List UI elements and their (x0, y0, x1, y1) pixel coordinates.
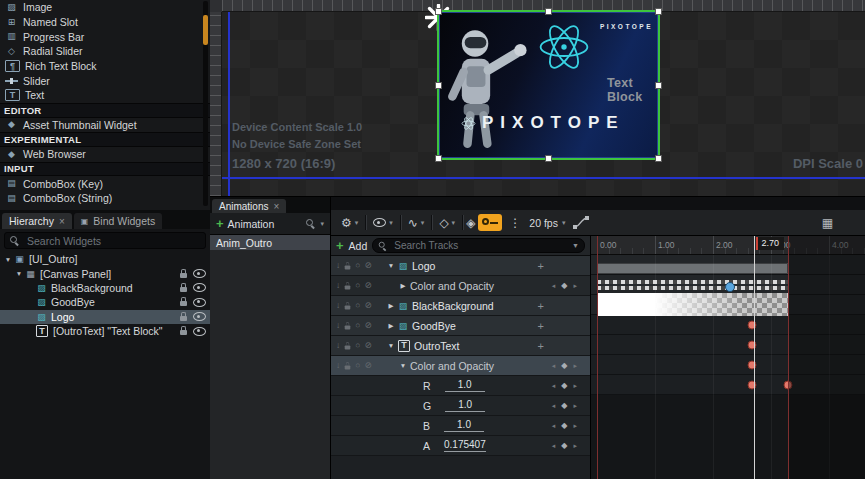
sequencer-options-icon[interactable]: ▦ (822, 216, 833, 230)
resize-handle-n[interactable] (545, 8, 552, 15)
keying-options-button[interactable]: ◇ ▾ (435, 215, 459, 231)
lock-icon[interactable] (345, 265, 351, 269)
lock-icon[interactable] (180, 273, 187, 278)
add-animation-button[interactable]: Animation (228, 218, 275, 230)
track-row-r[interactable]: R1.0◂◆▸ (331, 376, 590, 396)
keyframe-options-icon[interactable]: ◈ (466, 217, 475, 229)
palette-item-text[interactable]: TText (0, 88, 210, 103)
sequencer-settings-button[interactable]: ⚙ ▾ (337, 215, 362, 231)
pin-icon[interactable]: ↓ (336, 301, 340, 310)
eye-icon[interactable] (193, 312, 206, 321)
palette-item-combobox-string[interactable]: ▤ComboBox (String) (0, 191, 210, 206)
mute-icon[interactable]: ⊘ (364, 361, 371, 370)
designer-viewport[interactable]: Device Content Scale 1.0 No Device Safe … (210, 0, 865, 196)
pin-icon[interactable]: ↓ (336, 361, 340, 370)
track-row-color-and-opacity[interactable]: ↓○⊘▼Color and Opacity◂◆▸ (331, 356, 590, 376)
section-gradient[interactable] (597, 293, 788, 316)
search-widgets-input[interactable] (4, 232, 206, 249)
pin-icon[interactable]: ↓ (336, 281, 340, 290)
next-key-icon[interactable]: ▸ (573, 282, 577, 289)
palette-item-web-browser[interactable]: ◆Web Browser (0, 147, 210, 162)
add-section-icon[interactable]: + (538, 300, 544, 312)
playback-range-marker[interactable] (788, 236, 789, 479)
chevron-down-icon[interactable]: ▼ (398, 362, 408, 369)
lock-icon[interactable] (180, 287, 187, 292)
solo-icon[interactable]: ○ (355, 341, 360, 350)
add-key-icon[interactable]: ◆ (561, 422, 567, 430)
prev-key-icon[interactable]: ◂ (552, 362, 556, 369)
more-options-icon[interactable]: ⋮ (509, 216, 521, 230)
chevron-down-icon[interactable]: ▼ (14, 270, 24, 277)
solo-icon[interactable]: ○ (355, 281, 360, 290)
lock-icon[interactable] (345, 305, 351, 309)
chevron-down-icon[interactable]: ▼ (386, 262, 396, 269)
search-icon[interactable] (306, 219, 316, 229)
chevron-down-icon[interactable]: ▼ (3, 256, 13, 263)
solo-icon[interactable]: ○ (355, 301, 360, 310)
resize-handle-s[interactable] (545, 155, 552, 162)
add-key-icon[interactable]: ◆ (561, 442, 567, 450)
next-key-icon[interactable]: ▸ (573, 442, 577, 449)
pin-icon[interactable]: ↓ (336, 341, 340, 350)
keyframe-marker[interactable] (747, 360, 756, 369)
add-track-button[interactable]: Add (349, 240, 368, 252)
tree-item-ui-outro[interactable]: ▼▣[UI_Outro] (0, 252, 210, 266)
pin-icon[interactable]: ↓ (336, 261, 340, 270)
animation-item-anim-outro[interactable]: Anim_Outro (210, 235, 330, 250)
track-row-outrotext[interactable]: ↓○⊘▼TOutroText+ (331, 336, 590, 356)
solo-icon[interactable]: ○ (355, 261, 360, 270)
channel-value[interactable]: 1.0 (445, 379, 485, 392)
mute-icon[interactable]: ⊘ (364, 321, 371, 330)
eye-icon[interactable] (193, 327, 206, 336)
resize-handle-e[interactable] (655, 82, 662, 89)
tab-bind-widgets[interactable]: ▣ Bind Widgets (74, 213, 162, 229)
add-section-icon[interactable]: + (538, 260, 544, 272)
tab-hierarchy[interactable]: Hierarchy × (2, 213, 72, 229)
resize-handle-ne[interactable] (655, 8, 662, 15)
palette-item-slider[interactable]: Slider (0, 73, 210, 88)
lock-icon[interactable] (180, 316, 187, 321)
pin-icon[interactable]: ↓ (336, 321, 340, 330)
playhead[interactable] (754, 236, 755, 479)
close-icon[interactable]: × (273, 201, 279, 212)
lock-icon[interactable] (345, 365, 351, 369)
selected-widget-logo[interactable]: PIXOTOPE Text Block PIXOTOPE (437, 10, 660, 160)
keyframe-marker[interactable] (747, 380, 756, 389)
tree-item-blackbackground[interactable]: ▨BlackBackground (0, 281, 210, 295)
channel-value[interactable]: 0.175407 (444, 439, 486, 452)
next-key-icon[interactable]: ▸ (573, 402, 577, 409)
chevron-down-icon[interactable]: ▼ (386, 342, 396, 349)
prev-key-icon[interactable]: ◂ (552, 442, 556, 449)
palette-item-progress-bar[interactable]: ▥Progress Bar (0, 29, 210, 44)
mute-icon[interactable]: ⊘ (364, 281, 371, 290)
track-row-blackbackground[interactable]: ↓○⊘▶▨BlackBackground+ (331, 296, 590, 316)
keyframe-marker[interactable] (747, 340, 756, 349)
tab-animations[interactable]: Animations × (212, 199, 286, 213)
tree-item-goodbye[interactable]: ▨GoodBye (0, 295, 210, 309)
palette-item-image[interactable]: ▨Image (0, 0, 210, 15)
palette-scrollbar-thumb[interactable] (203, 15, 208, 45)
add-key-icon[interactable]: ◆ (561, 282, 567, 290)
palette-item-asset-thumbnail-widget[interactable]: ◆Asset Thumbnail Widget (0, 118, 210, 133)
auto-key-button[interactable] (478, 214, 502, 231)
playback-options-button[interactable]: ∿ ▾ (404, 215, 429, 231)
track-row-color-and-opacity[interactable]: ↓○⊘▶Color and Opacity◂◆▸ (331, 276, 590, 296)
next-key-icon[interactable]: ▸ (573, 362, 577, 369)
search-tracks-field[interactable] (392, 239, 568, 252)
solo-icon[interactable]: ○ (355, 361, 360, 370)
lock-icon[interactable] (180, 301, 187, 306)
track-row-logo[interactable]: ↓○⊘▼▨Logo+ (331, 256, 590, 276)
mute-icon[interactable]: ⊘ (364, 341, 371, 350)
tree-item-outrotext-text-block[interactable]: T[OutroText] "Text Block" (0, 324, 210, 338)
track-row-a[interactable]: A0.175407◂◆▸ (331, 436, 590, 456)
resize-handle-nw[interactable] (435, 8, 442, 15)
view-options-button[interactable]: ▾ (369, 216, 397, 229)
mute-icon[interactable]: ⊘ (364, 301, 371, 310)
lock-icon[interactable] (345, 285, 351, 289)
prev-key-icon[interactable]: ◂ (552, 402, 556, 409)
resize-handle-se[interactable] (655, 155, 662, 162)
section-bar[interactable] (597, 263, 788, 274)
lock-icon[interactable] (345, 325, 351, 329)
close-icon[interactable]: × (59, 216, 65, 227)
eye-icon[interactable] (193, 283, 206, 292)
